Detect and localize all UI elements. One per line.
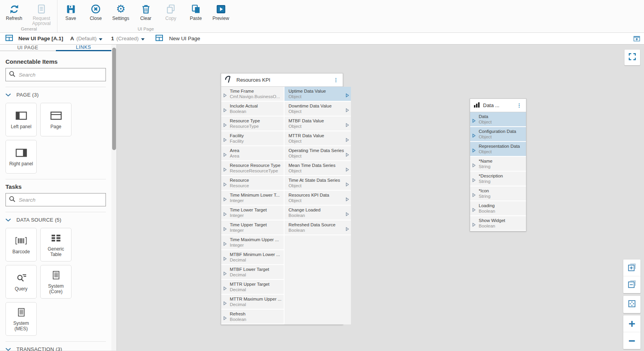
tab-ui-page[interactable]: UI PAGE	[0, 45, 56, 51]
item-system-core[interactable]: System (Core)	[40, 265, 72, 299]
connector-triangle-icon	[224, 315, 227, 322]
close-button[interactable]: Close	[83, 1, 108, 26]
page-icon	[50, 110, 62, 121]
sidebar-scrollbar[interactable]	[111, 45, 117, 351]
tasks-search[interactable]	[5, 193, 106, 206]
port-row[interactable]: LoadingBoolean	[470, 201, 526, 216]
preview-icon	[216, 3, 226, 15]
kebab-menu-icon[interactable]: ⋮	[333, 77, 339, 83]
zoom-in-button[interactable]: +	[623, 315, 640, 332]
port-row[interactable]: MTTR Maximum Upper ...Decimal	[221, 295, 284, 310]
port-row[interactable]: FacilityFacility	[221, 131, 284, 146]
connector-triangle-icon	[346, 136, 349, 143]
item-left-panel[interactable]: Left panel	[5, 103, 37, 136]
port-row[interactable]: RefreshBoolean	[221, 310, 284, 324]
link-designer-canvas[interactable]: Resources KPI ⋮ Time FrameCmf.Navigo.Bus…	[117, 45, 644, 351]
version-selector[interactable]: 1 (Created)	[111, 35, 145, 42]
section-header-page[interactable]: PAGE (3)	[5, 91, 106, 98]
connector-triangle-icon	[224, 255, 227, 262]
port-row[interactable]: Resources KPI DataObject	[284, 191, 351, 206]
query-icon	[16, 272, 27, 283]
port-row[interactable]: Time At State Data SeriesObject	[284, 176, 351, 191]
popout-window-button[interactable]	[633, 36, 640, 41]
connector-triangle-icon	[346, 226, 349, 233]
section-header-transaction[interactable]: TRANSACTION (3)	[5, 346, 106, 351]
connector-triangle-icon	[224, 107, 227, 114]
node-header[interactable]: Data ... ⋮	[470, 99, 526, 112]
port-row[interactable]: MTTR Data ValueObject	[284, 131, 351, 146]
copy-button: Copy	[158, 1, 183, 26]
node-data[interactable]: Data ... ⋮ DataObject Configuration Data…	[470, 98, 526, 231]
connector-triangle-icon	[224, 226, 227, 233]
port-row[interactable]: Time Upper TargetInteger	[221, 220, 284, 235]
save-icon	[66, 3, 76, 15]
item-generic-table[interactable]: Generic Table	[40, 228, 72, 261]
node-resources-kpi[interactable]: Resources KPI ⋮ Time FrameCmf.Navigo.Bus…	[221, 73, 343, 325]
fit-view-icon	[627, 299, 637, 310]
port-row[interactable]: Resource Resource TypeResourceResourceTy…	[221, 161, 284, 176]
port-row[interactable]: *IconString	[470, 186, 526, 201]
port-row[interactable]: Change LoadedBoolean	[284, 206, 351, 220]
port-row[interactable]: *NameString	[470, 157, 526, 172]
port-row[interactable]: MTBF Minimum Lower ...Decimal	[221, 250, 284, 265]
connector-triangle-icon	[346, 122, 349, 129]
port-row[interactable]: Downtime Data ValueObject	[284, 102, 351, 116]
port-row[interactable]: Uptime Data ValueObject	[284, 87, 351, 102]
port-row[interactable]: Time FrameCmf.Navigo.BusinessO...	[221, 87, 284, 102]
port-row[interactable]: Time Maximum Upper ...Integer	[221, 235, 284, 250]
port-row[interactable]: Mean Time Data SeriesObject	[284, 161, 351, 176]
port-row[interactable]: MTBF Data ValueObject	[284, 116, 351, 131]
port-row[interactable]: Time Minimum Lower T...Integer	[221, 191, 284, 206]
caret-down-icon	[99, 35, 102, 42]
refresh-button[interactable]: Refresh	[2, 1, 27, 26]
port-row[interactable]: *DescriptionString	[470, 172, 526, 186]
item-query[interactable]: Query	[5, 265, 37, 299]
port-row[interactable]: Configuration DataObject	[470, 127, 526, 142]
paste-button[interactable]: Paste	[183, 1, 208, 26]
connectable-items-search[interactable]	[5, 68, 106, 81]
sidebar-scrollbar-thumb[interactable]	[112, 48, 116, 150]
connector-triangle-icon	[224, 166, 227, 173]
node-header[interactable]: Resources KPI ⋮	[221, 73, 343, 87]
page-title: New UI Page [A.1]	[18, 36, 63, 41]
port-row[interactable]: Refreshed Data SourceBoolean	[284, 220, 351, 235]
item-barcode[interactable]: Barcode	[5, 228, 37, 261]
add-view-button[interactable]	[623, 260, 640, 276]
port-row[interactable]: MTBF Lower TargetDecimal	[221, 265, 284, 280]
fit-view-button[interactable]	[623, 296, 640, 313]
preview-button[interactable]: Preview	[208, 1, 233, 26]
section-header-data-source[interactable]: DATA SOURCE (5)	[5, 216, 106, 223]
tab-links[interactable]: LINKS	[56, 45, 112, 51]
port-row[interactable]: Resource TypeResourceType	[221, 116, 284, 131]
tasks-heading: Tasks	[5, 183, 106, 190]
port-row[interactable]: MTTR Upper TargetDecimal	[221, 280, 284, 295]
item-page[interactable]: Page	[40, 103, 72, 136]
item-right-panel[interactable]: Right panel	[5, 140, 37, 174]
connectable-search-input[interactable]	[19, 72, 102, 78]
port-row[interactable]: Representation DataObject	[470, 142, 526, 157]
connector-triangle-icon	[224, 285, 227, 292]
right-panel-icon	[15, 147, 27, 158]
port-row[interactable]: Show WidgetBoolean	[470, 216, 526, 231]
port-row[interactable]: Time Lower TargetInteger	[221, 206, 284, 220]
connector-triangle-icon	[346, 181, 349, 188]
port-row[interactable]: AreaArea	[221, 146, 284, 161]
caret-down-icon	[141, 35, 145, 42]
port-row[interactable]: Include ActualBoolean	[221, 102, 284, 116]
clear-button[interactable]: Clear	[133, 1, 158, 26]
zoom-out-button[interactable]: −	[623, 332, 640, 349]
inputs-column: Time FrameCmf.Navigo.BusinessO... Includ…	[221, 87, 284, 324]
tasks-search-input[interactable]	[19, 197, 102, 203]
kebab-menu-icon[interactable]: ⋮	[516, 102, 522, 108]
remove-view-button[interactable]	[623, 276, 640, 293]
connector-triangle-icon	[472, 221, 476, 228]
settings-button[interactable]: ⚙ Settings	[108, 1, 133, 26]
save-button[interactable]: Save	[58, 1, 83, 26]
fullscreen-button[interactable]	[624, 50, 640, 65]
variant-selector[interactable]: A (Default)	[70, 35, 103, 42]
port-row[interactable]: DataObject	[470, 112, 526, 127]
refresh-label: Refresh	[6, 16, 22, 21]
port-row[interactable]: Operating Time Data SeriesObject	[284, 146, 351, 161]
item-system-mes[interactable]: System (MES)	[5, 302, 37, 336]
port-row[interactable]: ResourceResource	[221, 176, 284, 191]
